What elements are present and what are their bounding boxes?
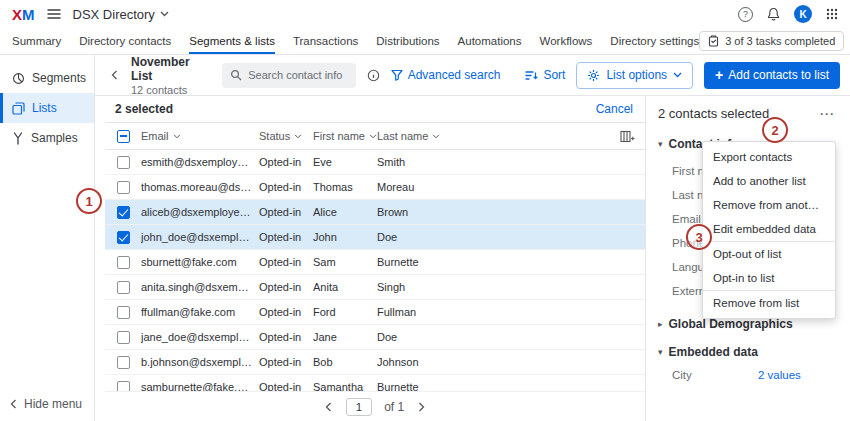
first-name-cell: Eve — [313, 156, 377, 168]
global-demographics-section-header[interactable]: ▸ Global Demographics — [658, 317, 838, 331]
directory-switcher[interactable]: DSX Directory — [73, 7, 169, 22]
row-checkbox[interactable] — [117, 331, 130, 344]
caret-down-icon: ▾ — [658, 347, 663, 357]
table-row[interactable]: jane_doe@dsxemployee.... Opted-in Jane D… — [105, 325, 645, 350]
menu-item[interactable]: Opt-in to list — [703, 266, 835, 291]
search-input[interactable] — [248, 69, 347, 81]
menu-item[interactable]: Add to another list — [703, 169, 835, 193]
topbar-actions: ? K — [738, 5, 838, 23]
table-row[interactable]: esmith@dsxemployee.com Opted-in Eve Smit… — [105, 150, 645, 175]
menu-item[interactable]: Remove from another list — [703, 193, 835, 217]
sidebar-item-samples[interactable]: Samples — [0, 123, 94, 153]
tab[interactable]: Distributions — [376, 28, 439, 54]
last-name-cell: Burnette — [377, 381, 611, 391]
hide-menu-button[interactable]: Hide menu — [10, 397, 82, 411]
chevron-left-icon — [10, 399, 17, 409]
column-header-last-name[interactable]: Last name — [377, 130, 611, 142]
last-name-cell: Doe — [377, 231, 611, 243]
current-page[interactable]: 1 — [346, 398, 372, 416]
email-cell: john_doe@dsxemployee.... — [141, 231, 259, 243]
row-checkbox[interactable] — [117, 381, 130, 392]
overflow-menu-icon[interactable]: ⋯ — [815, 106, 838, 121]
row-checkbox[interactable] — [117, 306, 130, 319]
table-row[interactable]: aliceb@dsxemployee.com Opted-in Alice Br… — [105, 200, 645, 225]
tab[interactable]: Segments & lists — [189, 28, 275, 54]
row-checkbox[interactable] — [117, 206, 130, 219]
first-name-cell: Bob — [313, 356, 377, 368]
column-picker-icon[interactable] — [620, 130, 635, 143]
next-page-icon[interactable] — [416, 400, 427, 414]
first-name-cell: Samantha — [313, 381, 377, 391]
tab-bar: Summary Directory contacts Segments & li… — [0, 28, 850, 55]
column-header-email[interactable]: Email — [141, 130, 259, 142]
advanced-search-button[interactable]: Advanced search — [391, 68, 501, 82]
last-name-cell: Johnson — [377, 356, 611, 368]
hamburger-menu-icon[interactable] — [47, 8, 61, 20]
menu-item[interactable]: Export contacts — [703, 145, 835, 169]
annotation-circle-2: 2 — [762, 117, 788, 143]
page-total: of 1 — [384, 400, 404, 414]
last-name-cell: Singh — [377, 281, 611, 293]
add-contacts-button[interactable]: + Add contacts to list — [704, 62, 840, 89]
table-row[interactable]: john_doe@dsxemployee.... Opted-in John D… — [105, 225, 645, 250]
table-row[interactable]: ffullman@fake.com Opted-in Ford Fullman — [105, 300, 645, 325]
first-name-cell: Sam — [313, 256, 377, 268]
list-title-block: November List 12 contacts — [131, 55, 211, 96]
contact-count: 12 contacts — [131, 84, 211, 96]
chevron-down-icon — [160, 11, 169, 17]
row-checkbox[interactable] — [117, 156, 130, 169]
table-rows: esmith@dsxemployee.com Opted-in Eve Smit… — [105, 150, 645, 391]
selected-count: 2 selected — [115, 102, 173, 116]
row-checkbox[interactable] — [117, 356, 130, 369]
status-cell: Opted-in — [259, 156, 313, 168]
select-all-checkbox[interactable] — [117, 130, 130, 143]
sort-icon — [525, 70, 538, 81]
apps-grid-icon[interactable] — [826, 8, 838, 20]
embedded-data-city-row: City 2 values — [672, 369, 838, 381]
lists-icon — [12, 102, 25, 115]
user-avatar[interactable]: K — [794, 5, 812, 23]
row-checkbox[interactable] — [117, 281, 130, 294]
table-row[interactable]: b.johnson@dsxemployee.... Opted-in Bob J… — [105, 350, 645, 375]
city-values-link[interactable]: 2 values — [758, 369, 801, 381]
annotation-circle-1: 1 — [76, 188, 102, 214]
notifications-bell-icon[interactable] — [767, 7, 780, 21]
row-checkbox[interactable] — [117, 256, 130, 269]
table-row[interactable]: thomas.moreau@dsxempl... Opted-in Thomas… — [105, 175, 645, 200]
info-icon[interactable] — [367, 69, 380, 82]
tasks-icon — [708, 35, 719, 47]
directory-name: DSX Directory — [73, 7, 155, 22]
tab[interactable]: Directory contacts — [79, 28, 171, 54]
column-header-status[interactable]: Status — [259, 130, 313, 142]
main-area: November List 12 contacts Advanced searc… — [95, 55, 850, 421]
sidebar-item-lists[interactable]: Lists — [0, 93, 94, 123]
tasks-completed-badge[interactable]: 3 of 3 tasks completed — [699, 31, 844, 51]
tab[interactable]: Summary — [12, 28, 61, 54]
table-row[interactable]: anita.singh@dsxemployee... Opted-in Anit… — [105, 275, 645, 300]
panel-title: 2 contacts selected — [658, 106, 769, 121]
tab[interactable]: Workflows — [540, 28, 593, 54]
content-area: Segments Lists Samples Hide menu Novembe… — [0, 55, 850, 421]
tab[interactable]: Directory settings — [610, 28, 699, 54]
tab[interactable]: Transactions — [293, 28, 358, 54]
first-name-cell: Jane — [313, 331, 377, 343]
row-checkbox[interactable] — [117, 181, 130, 194]
embedded-data-section-header[interactable]: ▾ Embedded data — [658, 345, 838, 359]
sort-button[interactable]: Sort — [525, 68, 565, 82]
sidebar-item-segments[interactable]: Segments — [0, 63, 94, 93]
help-icon[interactable]: ? — [738, 7, 753, 22]
back-button[interactable] — [109, 68, 120, 82]
menu-item[interactable]: Opt-out of list — [703, 242, 835, 266]
table-row[interactable]: sburnett@fake.com Opted-in Sam Burnette — [105, 250, 645, 275]
cancel-selection-link[interactable]: Cancel — [596, 102, 633, 116]
menu-item[interactable]: Remove from list — [703, 291, 835, 315]
column-header-first-name[interactable]: First name — [313, 130, 377, 142]
row-checkbox[interactable] — [117, 231, 130, 244]
email-cell: ffullman@fake.com — [141, 306, 259, 318]
tab[interactable]: Automations — [458, 28, 522, 54]
table-row[interactable]: samburnette@fake.com Opted-in Samantha B… — [105, 375, 645, 391]
caret-down-icon: ▾ — [658, 139, 663, 149]
list-options-button[interactable]: List options — [576, 62, 693, 89]
menu-item[interactable]: Edit embedded data — [703, 217, 835, 242]
prev-page-icon[interactable] — [323, 400, 334, 414]
